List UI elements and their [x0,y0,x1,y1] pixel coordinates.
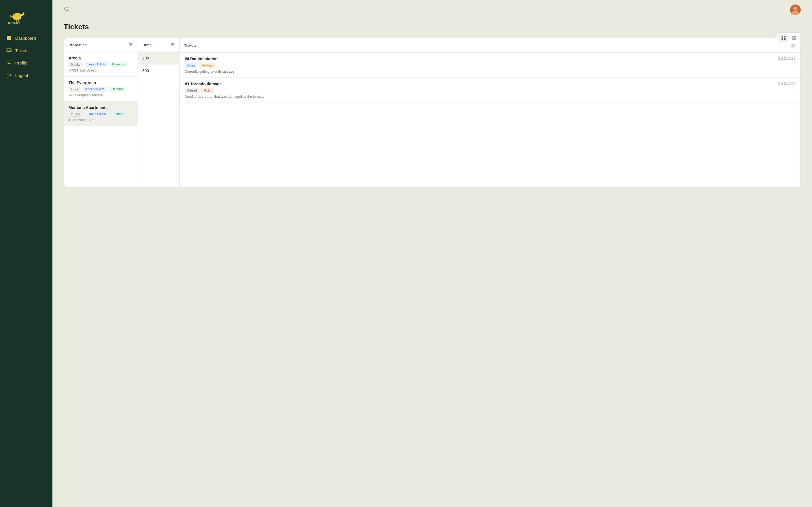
svg-line-16 [68,10,69,12]
ticket-3-title: #3 Tornado damage [185,82,221,86]
svg-rect-20 [781,36,783,38]
ticket-4-header: #4 Rat infestation Oct 3, 2019 [185,57,795,61]
property-badges-arcola: 0 units 0 open tickets 0 tenants [68,62,133,67]
ticket-item-4[interactable]: #4 Rat infestation Oct 3, 2019 Open Medi… [180,53,801,78]
app-logo: chickadee [6,8,28,24]
properties-panel-title: Properties [68,43,87,47]
avatar[interactable] [790,4,801,15]
tickets-label: Tickets [15,48,29,53]
dashboard-label: Dashboard [15,36,36,41]
arcola-tickets-badge: 0 open tickets [84,62,108,67]
arcola-tenants-badge: 0 tenants [110,62,127,67]
grid-view-button[interactable] [778,34,789,43]
arcola-units-badge: 0 units [68,62,83,67]
unit-number-200: 200 [142,56,149,60]
ticket-3-priority: High [201,88,213,93]
ticket-4-status: Open [185,63,197,68]
svg-point-15 [64,7,68,10]
tickets-panel: Tickets + [180,38,801,187]
properties-sort-button[interactable] [129,42,133,48]
montana-address: 123 Sesame Street [68,118,133,122]
property-name-montana: Montana Apartments [68,105,133,110]
panels-container: Properties Arcola [64,38,801,187]
properties-panel: Properties Arcola [64,38,138,187]
grid-icon [781,36,786,40]
search-area [64,6,70,13]
tickets-panel-title: Tickets [184,43,197,48]
montana-units-badge: 2 units [68,112,83,117]
search-button[interactable] [64,6,70,13]
view-toggle [777,33,801,44]
dashboard-icon [6,35,12,41]
svg-marker-5 [24,14,25,15]
units-panel-header: Units [138,38,179,52]
evergreen-tenants-badge: 2 tenants [108,87,125,92]
units-sort-button[interactable] [170,42,175,48]
ticket-4-badges: Open Medium [185,63,795,68]
ticket-3-description: Need to fix the roof that was damaged by… [185,95,795,99]
property-badges-evergreen: 1 unit 3 open tickets 2 tenants [68,87,133,92]
svg-rect-26 [792,39,796,40]
property-badges-montana: 2 units 2 open tickets 1 tenant [68,112,133,117]
svg-point-19 [792,11,799,15]
page-title: Tickets [64,22,801,31]
svg-rect-11 [9,36,11,38]
ticket-3-date: Oct 3, 1999 [778,82,795,86]
evergreen-address: 742 Evergreen Terrace [68,93,133,97]
svg-point-14 [8,61,10,63]
property-name-arcola: Arcola [68,56,133,60]
properties-header-actions [129,42,133,48]
svg-text:chickadee: chickadee [8,21,20,24]
header [52,0,812,20]
sidebar-item-dashboard[interactable]: Dashboard [3,33,50,44]
ticket-item-3[interactable]: #3 Tornado damage Oct 3, 1999 Closed Hig… [180,78,801,103]
logo-area: chickadee [0,6,52,33]
svg-point-4 [22,13,23,14]
ticket-4-priority: Medium [199,63,215,68]
properties-panel-header: Properties [64,38,138,52]
svg-rect-21 [784,36,785,38]
unit-number-300: 300 [142,68,149,73]
property-item-montana[interactable]: Montana Apartments 2 units 2 open ticket… [64,101,138,126]
unit-item-200[interactable]: 200 [138,52,179,64]
list-view-button[interactable] [789,34,799,43]
sidebar-item-tickets[interactable]: Tickets [3,45,50,56]
evergreen-units-badge: 1 unit [68,87,81,92]
svg-rect-24 [792,36,796,37]
svg-marker-6 [10,15,12,18]
sidebar-item-profile[interactable]: Profile [3,57,50,68]
main-content: Tickets Properties [52,0,812,507]
ticket-3-header: #3 Tornado damage Oct 3, 1999 [185,82,795,86]
tickets-panel-header: Tickets + [180,38,801,53]
ticket-4-title: #4 Rat infestation [185,57,218,61]
unit-item-300[interactable]: 300 [138,64,179,77]
list-icon [792,36,797,40]
ticket-3-status: Closed [185,88,199,93]
svg-rect-22 [781,38,783,40]
property-item-evergreen[interactable]: The Evergreen 1 unit 3 open tickets 2 te… [64,76,138,101]
sidebar-item-logout[interactable]: Logout [3,69,50,81]
svg-rect-25 [792,38,796,39]
logout-label: Logout [15,73,28,78]
sidebar-nav: Dashboard Tickets Profile Logout [0,33,52,81]
ticket-3-badges: Closed High [185,88,795,93]
montana-tickets-badge: 2 open tickets [84,112,108,117]
logout-icon [6,72,12,78]
montana-tenants-badge: 1 tenant [110,112,125,117]
svg-rect-13 [9,38,11,40]
evergreen-tickets-badge: 3 open tickets [83,87,107,92]
search-icon [64,6,70,12]
units-panel: Units 200 [138,38,180,187]
units-header-actions [170,42,175,48]
user-avatar-image [790,4,801,15]
property-item-arcola[interactable]: Arcola 0 units 0 open tickets 0 tenants … [64,52,138,76]
sort-icon [129,42,133,47]
svg-rect-23 [784,38,785,40]
ticket-4-description: Currently getting by with rat traps [185,69,795,73]
arcola-address: 7488 Hazel Street [68,68,133,72]
sidebar: chickadee Dashboard Tickets [0,0,52,507]
svg-rect-10 [7,36,9,38]
ticket-4-date: Oct 3, 2019 [778,57,795,61]
tickets-icon [6,48,12,53]
svg-point-18 [794,7,797,11]
